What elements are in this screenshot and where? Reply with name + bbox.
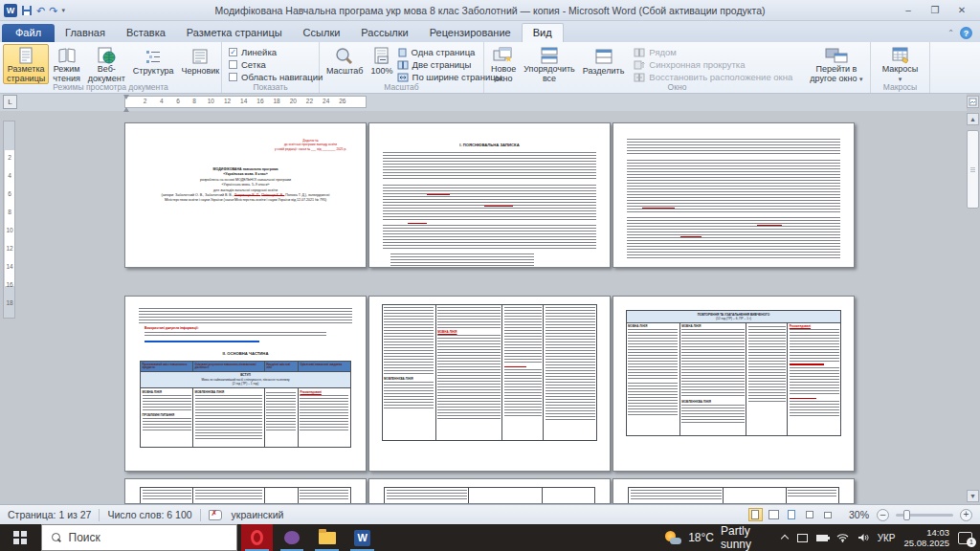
text-lines xyxy=(145,332,326,338)
taskbar-search[interactable]: Поиск xyxy=(41,524,237,551)
title-bar: W ↶ ↷ ▾ Модифікована Навчальна програма … xyxy=(0,0,980,21)
search-icon xyxy=(52,533,61,542)
table-cell: МОВНА ЛІНІЯ xyxy=(435,305,502,441)
scrollbar-thumb[interactable] xyxy=(967,130,979,209)
page-indicator[interactable]: Страница: 1 из 27 xyxy=(0,509,99,520)
tab-references[interactable]: Ссылки xyxy=(293,24,351,42)
split-button[interactable]: Разделить xyxy=(579,44,629,84)
battery-icon[interactable] xyxy=(816,535,828,541)
tab-file[interactable]: Файл xyxy=(2,24,55,42)
macros-icon xyxy=(890,46,911,65)
scroll-down-arrow[interactable]: ▼ xyxy=(967,490,979,502)
table-cell: МОВЛЕННЄВА ЛІНІЯ xyxy=(193,388,265,448)
notification-center-icon[interactable]: 1 xyxy=(958,532,972,544)
page-9 xyxy=(612,478,855,504)
language-switcher[interactable]: УКР xyxy=(878,533,896,543)
restore-button[interactable]: ❐ xyxy=(923,3,947,18)
outline-view-button[interactable]: Структура xyxy=(129,44,178,84)
text-lines xyxy=(383,185,596,221)
curriculum-table xyxy=(384,487,595,504)
outline-view-button[interactable] xyxy=(803,508,817,521)
tab-insert[interactable]: Вставка xyxy=(116,24,176,42)
taskbar: Поиск W 18°C Partly sunny УКР 14:03 25.0… xyxy=(0,524,980,551)
document-area: L 2468101214161820222426 24681012141618 … xyxy=(0,94,980,504)
chevron-down-icon: ▾ xyxy=(859,76,863,82)
quick-access-toolbar: W ↶ ↷ ▾ xyxy=(0,4,134,17)
tray-chevron-icon[interactable] xyxy=(781,534,789,541)
navigation-pane-checkbox[interactable]: Область навигации xyxy=(229,72,323,82)
start-button[interactable] xyxy=(0,524,41,551)
spellcheck-icon[interactable] xyxy=(209,510,222,520)
taskbar-app-explorer[interactable] xyxy=(311,524,343,551)
draft-view-button[interactable]: Черновик xyxy=(178,44,224,84)
taskbar-app-opera[interactable] xyxy=(241,524,273,551)
word-count[interactable]: Число слов: 6 100 xyxy=(100,509,199,520)
draft-view-icon xyxy=(190,46,210,67)
zoom-button[interactable]: Масштаб xyxy=(323,44,368,84)
help-icon[interactable]: ? xyxy=(960,27,972,39)
zoom-out-button[interactable]: – xyxy=(877,509,889,521)
two-pages-icon xyxy=(397,60,409,70)
gridlines-checkbox[interactable]: Сетка xyxy=(229,59,323,70)
tab-review[interactable]: Рецензирование xyxy=(419,24,522,42)
undo-icon[interactable]: ↶ xyxy=(36,5,45,16)
zoom-percentage[interactable]: 30% xyxy=(849,509,869,520)
new-window-button[interactable]: Новое окно xyxy=(487,44,520,84)
table-section-row: ВСТУП Мова як найважливіший засіб спілку… xyxy=(141,371,351,387)
tab-view[interactable]: Вид xyxy=(522,23,564,42)
draft-view-button[interactable] xyxy=(821,508,835,521)
save-icon[interactable] xyxy=(21,5,33,16)
volume-icon[interactable] xyxy=(858,533,869,542)
hyperlink[interactable] xyxy=(145,341,259,342)
minimize-ribbon-icon[interactable]: ⌃ xyxy=(947,29,954,37)
page-100-icon xyxy=(372,46,391,67)
qat-customize-caret-icon[interactable]: ▾ xyxy=(61,7,65,14)
web-layout-button[interactable]: Веб-документ xyxy=(84,44,129,84)
ruler-checkbox[interactable]: ✓ Линейка xyxy=(229,47,323,57)
zoom-slider[interactable] xyxy=(896,514,953,517)
group-show: ✓ Линейка Сетка Область навигации Показа… xyxy=(222,42,320,93)
minimize-button[interactable]: – xyxy=(896,3,921,18)
notification-badge: 1 xyxy=(967,538,976,547)
main-part-heading: ІІ. ОСНОВНА ЧАСТИНА xyxy=(125,351,366,356)
page-1: Додаток №до освітньої програми закладу о… xyxy=(124,122,367,268)
weather-widget[interactable]: 18°C Partly sunny xyxy=(665,524,781,551)
indent-marker-icon[interactable] xyxy=(123,95,130,110)
tab-selector[interactable]: L xyxy=(3,95,17,109)
ruler-numbers: 24681012141618 xyxy=(4,154,15,318)
vertical-scrollbar[interactable]: ▲ ▼ xyxy=(967,94,979,504)
zoom-slider-thumb[interactable] xyxy=(903,510,910,520)
reading-view-button[interactable] xyxy=(767,508,781,521)
web-view-button[interactable] xyxy=(785,508,799,521)
full-screen-reading-button[interactable]: Режим чтения xyxy=(49,44,84,84)
redo-icon[interactable]: ↷ xyxy=(49,5,57,16)
status-bar: Страница: 1 из 27 Число слов: 6 100 укра… xyxy=(0,504,980,524)
tab-mailings[interactable]: Рассылки xyxy=(350,24,418,42)
tab-home[interactable]: Главная xyxy=(55,24,116,42)
display-tray-icon[interactable] xyxy=(797,534,808,542)
file-explorer-icon xyxy=(319,532,336,544)
tab-page-layout[interactable]: Разметка страницы xyxy=(176,24,293,42)
wifi-icon[interactable] xyxy=(836,533,849,542)
sync-scroll-icon xyxy=(634,60,645,70)
taskbar-app-viber[interactable] xyxy=(277,524,308,551)
language-indicator[interactable]: украинский xyxy=(224,509,292,520)
zoom-100-button[interactable]: 100% xyxy=(368,44,397,84)
ruler-toggle-button[interactable] xyxy=(967,96,979,108)
zoom-in-button[interactable]: + xyxy=(960,509,972,521)
scroll-up-arrow[interactable]: ▲ xyxy=(967,113,979,125)
page-2: І. ПОЯСНЮВАЛЬНА ЗАПИСКА xyxy=(368,122,611,268)
print-layout-button[interactable]: Разметка страницы xyxy=(3,44,49,84)
taskbar-app-word[interactable]: W xyxy=(346,524,378,551)
page-4: Використані джерела інформації: ІІ. ОСНО… xyxy=(124,296,367,472)
reset-position-label: Восстановить расположение окна xyxy=(649,72,792,82)
close-button[interactable]: ✕ xyxy=(949,3,974,18)
arrange-all-button[interactable]: Упорядочить все xyxy=(520,44,579,84)
switch-windows-button[interactable]: Перейти в другое окно ▾ xyxy=(806,44,866,84)
clock[interactable]: 14:03 25.08.2025 xyxy=(903,527,949,548)
table-cell: МОВНА ЛІНІЯ xyxy=(626,322,679,435)
macros-button[interactable]: Макросы ▾ xyxy=(879,44,923,84)
print-layout-view-button[interactable] xyxy=(748,508,763,521)
checkbox-icon xyxy=(229,73,237,81)
group-label-zoom: Масштаб xyxy=(320,82,483,92)
